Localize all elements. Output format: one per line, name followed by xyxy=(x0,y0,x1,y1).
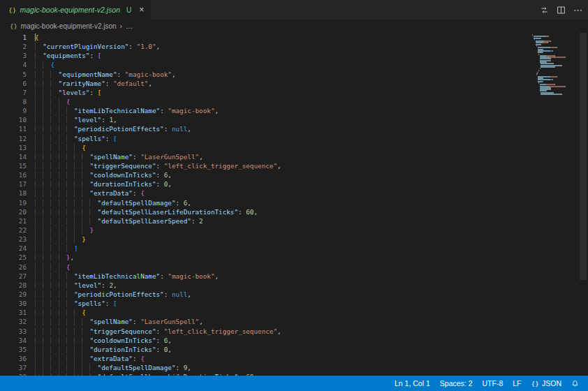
code-line-28[interactable]: "level": 2, xyxy=(35,281,588,290)
code-line-4[interactable]: { xyxy=(35,60,588,69)
line-number: 6 xyxy=(0,79,27,88)
code-line-14[interactable]: "spellName": "LaserGunSpell", xyxy=(35,152,588,161)
code-line-24[interactable]: ] xyxy=(35,244,588,253)
line-number: 38 xyxy=(0,372,27,376)
code-line-3[interactable]: "equipments": [ xyxy=(35,51,588,60)
line-number: 21 xyxy=(0,216,27,226)
code-line-16[interactable]: "cooldownInTicks": 6, xyxy=(35,170,588,179)
code-line-21[interactable]: "defaultSpellLaserSpeed": 2 xyxy=(35,216,588,226)
code-line-37[interactable]: "defaultSpellDamage": 9, xyxy=(35,363,588,372)
code-line-10[interactable]: "level": 1, xyxy=(35,115,588,124)
line-number: 28 xyxy=(0,281,27,290)
line-number: 8 xyxy=(0,97,27,106)
line-number: 37 xyxy=(0,363,27,372)
line-number: 18 xyxy=(0,189,27,198)
code-line-38[interactable]: "defaultSpellLaserLifeDurationTicks": 60… xyxy=(35,372,588,376)
code-line-27[interactable]: "itemLibTechnicalName": "magic-book", xyxy=(35,272,588,281)
json-file-icon: {} xyxy=(8,6,16,14)
code-line-29[interactable]: "periodicPotionEffects": null, xyxy=(35,290,588,299)
minimap-content xyxy=(532,34,578,95)
code-line-32[interactable]: "spellName": "LaserGunSpell", xyxy=(35,317,588,326)
code-line-9[interactable]: "itemLibTechnicalName": "magic-book", xyxy=(35,106,588,115)
open-changes-icon[interactable] xyxy=(540,6,549,15)
vertical-scrollbar[interactable] xyxy=(578,33,588,376)
scrollbar-thumb[interactable] xyxy=(580,33,587,280)
code-line-7[interactable]: "levels": [ xyxy=(35,88,588,97)
eol-indicator[interactable]: LF xyxy=(508,376,526,391)
code-line-2[interactable]: "currentPluginVersion": "1.0", xyxy=(35,42,588,51)
code-line-5[interactable]: "equipmentName": "magic-book", xyxy=(35,70,588,79)
code-line-35[interactable]: "durationInTicks": 0, xyxy=(35,345,588,354)
status-bar: Ln 1, Col 1 Spaces: 2 UTF-8 LF {} JSON xyxy=(0,376,588,391)
line-number: 29 xyxy=(0,290,27,299)
line-number: 20 xyxy=(0,207,27,216)
close-tab-icon[interactable]: × xyxy=(139,6,144,14)
language-label: JSON xyxy=(542,379,561,388)
breadcrumb-symbol-more[interactable]: … xyxy=(126,22,133,30)
breadcrumb-file[interactable]: magic-book-equipment-v2.json xyxy=(21,22,117,30)
code-line-19[interactable]: "defaultSpellDamage": 6, xyxy=(35,198,588,207)
git-untracked-badge: U xyxy=(126,6,131,14)
line-number: 9 xyxy=(0,106,27,115)
code-line-12[interactable]: "spells": [ xyxy=(35,134,588,143)
notifications-bell-icon[interactable] xyxy=(566,376,584,391)
encoding-indicator[interactable]: UTF-8 xyxy=(478,376,508,391)
code-line-31[interactable]: { xyxy=(35,308,588,317)
cursor-position-indicator[interactable]: Ln 1, Col 1 xyxy=(390,376,435,391)
line-number: 17 xyxy=(0,179,27,189)
line-number: 33 xyxy=(0,327,27,336)
code-line-30[interactable]: "spells": [ xyxy=(35,299,588,308)
code-line-22[interactable]: } xyxy=(35,226,588,235)
breadcrumb-separator-icon: › xyxy=(120,22,122,30)
code-line-8[interactable]: { xyxy=(35,97,588,106)
line-number: 26 xyxy=(0,263,27,272)
editor[interactable]: 1234567891011121314151617181920212223242… xyxy=(0,33,588,376)
code-line-23[interactable]: } xyxy=(35,235,588,244)
minimap[interactable] xyxy=(532,34,578,95)
line-number: 7 xyxy=(0,88,27,97)
minimap-line xyxy=(532,94,578,95)
code-line-18[interactable]: "extraData": { xyxy=(35,189,588,198)
line-number: 31 xyxy=(0,308,27,317)
line-number: 2 xyxy=(0,42,27,51)
split-editor-icon[interactable] xyxy=(557,6,566,15)
code-lines[interactable]: { "currentPluginVersion": "1.0", "equipm… xyxy=(35,33,588,376)
code-line-20[interactable]: "defaultSpellLaserLifeDurationTicks": 60… xyxy=(35,207,588,216)
code-line-11[interactable]: "periodicPotionEffects": null, xyxy=(35,124,588,133)
line-number: 34 xyxy=(0,336,27,345)
code-line-1[interactable]: { xyxy=(35,33,588,42)
editor-tab-bar: {} magic-book-equipment-v2.json U × ⋯ xyxy=(0,0,588,20)
code-line-25[interactable]: }, xyxy=(35,253,588,262)
breadcrumb: {} magic-book-equipment-v2.json › … xyxy=(0,20,588,33)
gutter: 1234567891011121314151617181920212223242… xyxy=(0,33,35,376)
line-number: 12 xyxy=(0,134,27,143)
line-number: 24 xyxy=(0,244,27,253)
tab-label: magic-book-equipment-v2.json xyxy=(20,6,120,14)
line-number: 4 xyxy=(0,60,27,69)
code-line-13[interactable]: { xyxy=(35,143,588,152)
code-line-17[interactable]: "durationInTicks": 0, xyxy=(35,179,588,189)
line-number: 16 xyxy=(0,170,27,179)
line-number: 25 xyxy=(0,253,27,262)
line-number: 11 xyxy=(0,124,27,133)
vscode-window: {} magic-book-equipment-v2.json U × ⋯ {}… xyxy=(0,0,588,391)
editor-actions: ⋯ xyxy=(540,0,582,20)
code-line-33[interactable]: "triggerSequence": "left_click_trigger_s… xyxy=(35,327,588,336)
line-number: 36 xyxy=(0,354,27,363)
more-actions-icon[interactable]: ⋯ xyxy=(573,5,582,15)
line-number: 30 xyxy=(0,299,27,308)
language-mode-selector[interactable]: {} JSON xyxy=(527,376,566,391)
cursor xyxy=(35,34,36,41)
line-number: 14 xyxy=(0,152,27,161)
line-number: 3 xyxy=(0,51,27,60)
code-line-15[interactable]: "triggerSequence": "left_click_trigger_s… xyxy=(35,161,588,170)
tab-magic-book-equipment-v2-json[interactable]: {} magic-book-equipment-v2.json U × xyxy=(0,0,151,20)
line-number: 22 xyxy=(0,226,27,235)
code-line-26[interactable]: { xyxy=(35,263,588,272)
code-line-34[interactable]: "cooldownInTicks": 6, xyxy=(35,336,588,345)
json-braces-icon: {} xyxy=(531,380,539,388)
code-line-6[interactable]: "rarityName": "default", xyxy=(35,79,588,88)
code-line-36[interactable]: "extraData": { xyxy=(35,354,588,363)
indentation-indicator[interactable]: Spaces: 2 xyxy=(435,376,478,391)
line-number: 19 xyxy=(0,198,27,207)
